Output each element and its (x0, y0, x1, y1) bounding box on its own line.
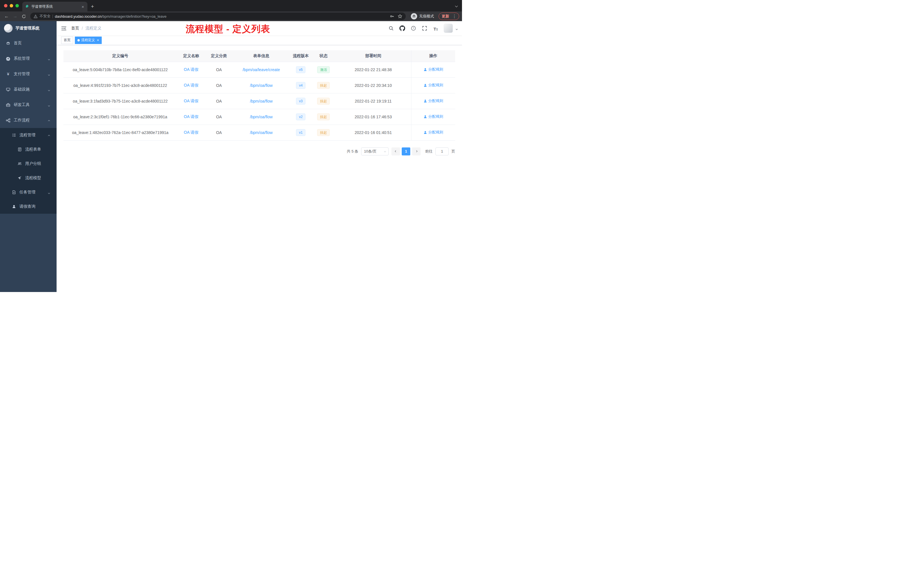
url-divider (53, 15, 53, 18)
avatar[interactable] (444, 24, 453, 33)
browser-tab[interactable]: 芋道管理系统 × (22, 2, 87, 12)
update-label: 更新 (442, 14, 449, 19)
security-warning-icon[interactable] (34, 15, 38, 18)
sidebar-item-label: 流程模型 (25, 175, 41, 181)
chevron-up-icon (48, 133, 50, 137)
toolbox-icon (6, 103, 11, 107)
help-icon[interactable]: ? (410, 25, 417, 31)
goto-page-input[interactable] (436, 147, 449, 155)
prev-page-button[interactable] (391, 147, 400, 155)
assign-rule-link[interactable]: 分配规则 (423, 114, 443, 119)
sidebar-item-label: 研发工具 (14, 102, 30, 107)
new-tab-button[interactable]: + (87, 2, 97, 12)
sidebar-item-devtools[interactable]: 研发工具 (0, 97, 56, 112)
github-icon[interactable] (399, 25, 406, 31)
sidebar-item-label: 流程表单 (25, 147, 41, 152)
user-group-icon (17, 162, 22, 166)
back-button[interactable]: ← (3, 13, 10, 20)
browser-window: 芋道管理系统 × + ← → 不安全 dashboard.yudao.iocod… (0, 0, 462, 292)
tab-close-icon[interactable]: × (81, 4, 85, 9)
sidebar-item-label: 任务管理 (20, 190, 35, 195)
sidebar-item-infrastructure[interactable]: 基础设施 (0, 82, 56, 97)
breadcrumb-home[interactable]: 首页 (71, 26, 79, 31)
page-size-select[interactable]: 10条/页 (361, 147, 389, 155)
sidebar-item-process-form[interactable]: 流程表单 (0, 142, 56, 157)
form-info-link[interactable]: /bpm/oa/flow (250, 99, 272, 104)
status-badge: 激活 (317, 66, 330, 73)
forward-button[interactable]: → (12, 13, 19, 20)
chevron-down-icon (48, 87, 50, 92)
assign-rule-label: 分配规则 (428, 98, 443, 104)
security-label: 不安全 (40, 14, 51, 19)
password-key-icon[interactable] (390, 14, 394, 18)
sidebar-item-task-management[interactable]: 任务管理 (0, 185, 56, 200)
form-info-link[interactable]: /bpm/oa/flow (250, 130, 272, 135)
col-definition-name: 定义名称 (177, 50, 205, 62)
deploy-time: 2022-01-22 20:34:10 (335, 78, 411, 93)
sidebar-item-process-management[interactable]: 流程管理 (0, 128, 56, 142)
definition-name-link[interactable]: OA 请假 (184, 114, 198, 119)
sidebar-item-label: 基础设施 (14, 87, 30, 92)
zoom-window-button[interactable] (15, 4, 19, 7)
page-1-button[interactable]: 1 (402, 147, 410, 155)
assign-rule-label: 分配规则 (428, 82, 443, 88)
form-info-link[interactable]: /bpm/oa/flow (250, 83, 272, 88)
address-bar[interactable]: 不安全 dashboard.yudao.iocoder.cn/bpm/manag… (30, 13, 406, 20)
app-logo[interactable]: 芋道管理系统 (0, 21, 56, 35)
definition-category: OA (205, 62, 233, 78)
hamburger-icon[interactable] (61, 26, 66, 31)
definition-category: OA (205, 109, 233, 125)
font-size-icon[interactable]: TT (432, 25, 439, 31)
reload-button[interactable] (20, 13, 27, 20)
app-title: 芋道管理系统 (15, 26, 40, 31)
table-header-row: 定义编号 定义名称 定义分类 表单信息 流程版本 状态 部署时间 操作 (63, 50, 455, 62)
sidebar-item-workflow[interactable]: 工作流程 (0, 112, 56, 128)
table-row: oa_leave:1:482ec033-762a-11ec-8477-a2380… (63, 125, 455, 140)
assign-rule-label: 分配规则 (428, 67, 443, 72)
definition-name-link[interactable]: OA 请假 (184, 99, 198, 103)
fullscreen-icon[interactable] (421, 25, 428, 31)
assign-rule-link[interactable]: 分配规则 (423, 67, 443, 72)
sidebar-item-system[interactable]: 系统管理 (0, 51, 56, 66)
definition-name-link[interactable]: OA 请假 (184, 130, 198, 135)
col-deploy-time: 部署时间 (335, 50, 411, 62)
list-icon (12, 133, 16, 137)
logo-avatar (4, 24, 13, 33)
version-tag: v3 (296, 98, 305, 105)
avatar-caret-icon[interactable] (456, 26, 457, 31)
status-badge: 挂起 (317, 114, 330, 120)
sidebar-item-payment[interactable]: ¥ 支付管理 (0, 66, 56, 82)
search-icon[interactable] (388, 25, 394, 31)
breadcrumb-current: 流程定义 (86, 26, 101, 31)
sidebar-item-home[interactable]: 首页 (0, 35, 56, 51)
sidebar-item-label: 用户分组 (25, 161, 41, 166)
minimize-window-button[interactable] (10, 4, 13, 7)
form-info-link[interactable]: /bpm/oa/leave/create (243, 68, 280, 72)
sidebar-item-leave-query[interactable]: 请假查询 (0, 200, 56, 214)
tag-close-icon[interactable]: × (96, 38, 99, 42)
definition-name-link[interactable]: OA 请假 (184, 67, 198, 72)
breadcrumb: 首页 / 流程定义 (71, 26, 101, 31)
chevron-down-icon (48, 102, 50, 107)
browser-menu-icon[interactable]: ⋮ (451, 14, 458, 19)
next-page-button[interactable] (412, 147, 421, 155)
assign-rule-link[interactable]: 分配规则 (423, 98, 443, 104)
definition-id: oa_leave:1:482ec033-762a-11ec-8477-a2380… (63, 125, 177, 140)
browser-update-button[interactable]: 更新 ⋮ (439, 13, 459, 20)
col-actions: 操作 (411, 50, 455, 62)
tag-process-definition[interactable]: 流程定义 × (75, 36, 102, 44)
definition-name-link[interactable]: OA 请假 (184, 83, 198, 87)
bookmark-star-icon[interactable] (398, 14, 402, 18)
sidebar-item-user-group[interactable]: 用户分组 (0, 157, 56, 171)
form-info-link[interactable]: /bpm/oa/flow (250, 115, 272, 119)
sidebar-item-process-model[interactable]: 流程模型 (0, 171, 56, 185)
close-window-button[interactable] (4, 4, 7, 7)
workflow-icon (6, 118, 11, 122)
tag-home[interactable]: 首页 (61, 36, 73, 44)
chevron-down-icon (48, 190, 50, 195)
assign-rule-link[interactable]: 分配规则 (423, 130, 443, 135)
table-row: oa_leave:2:3c1f0ef1-76b1-11ec-9c66-a2380… (63, 109, 455, 125)
assign-rule-link[interactable]: 分配规则 (423, 82, 443, 88)
version-tag: v5 (296, 66, 305, 73)
tab-search-chevron-icon[interactable] (455, 0, 457, 12)
